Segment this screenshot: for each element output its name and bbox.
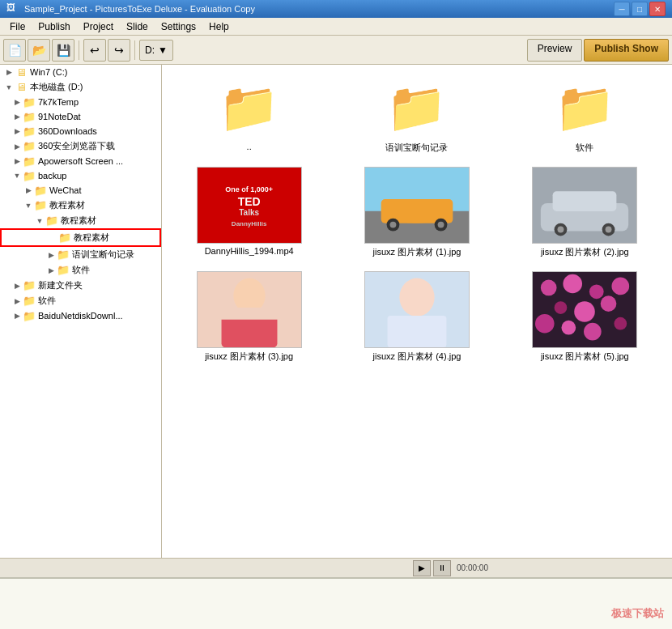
new-button[interactable]: 📄 (3, 39, 26, 62)
folder-icon: 📁 (23, 295, 36, 307)
tree-label: BaiduNetdiskDownl... (38, 311, 123, 321)
playback-bar: ▶ ⏸ 00:00:00 (0, 558, 672, 577)
menu-publish[interactable]: Publish (32, 19, 76, 34)
tree-label: 新建文件夹 (38, 279, 83, 291)
tree-item-local-d[interactable]: ▼ 🖥 本地磁盘 (D:) (0, 79, 161, 95)
svg-point-25 (589, 284, 604, 299)
drive-selector[interactable]: D: ▼ (139, 40, 173, 61)
file-item-img3[interactable]: jisuxz 图片素材 (3).jpg (168, 268, 330, 366)
toolbar-separator-2 (134, 40, 135, 60)
svg-point-23 (541, 280, 557, 296)
tree-item-7k7k[interactable]: ▶ 📁 7k7kTemp (0, 95, 161, 109)
file-name: 语训宝断句记录 (385, 142, 448, 154)
tree-item-apowersoft[interactable]: ▶ 📁 Apowersoft Screen ... (0, 154, 161, 168)
tree-item-win7[interactable]: ▶ 🖥 Win7 (C:) (0, 65, 161, 79)
folder-icon: 📁 (23, 125, 36, 137)
file-item-img5[interactable]: jisuxz 图片素材 (5).jpg (504, 268, 666, 366)
file-name: DannyHillis_1994.mp4 (205, 246, 294, 256)
file-item-dotdot[interactable]: 📁 .. (168, 71, 330, 157)
minimize-button[interactable]: ─ (614, 2, 630, 16)
tree-arrow: ▶ (11, 125, 23, 137)
tree-item-360browser[interactable]: ▶ 📁 360安全浏览器下载 (0, 138, 161, 154)
tree-label: 软件 (38, 295, 56, 307)
publish-button[interactable]: Publish Show (584, 39, 669, 62)
tree-label: WeChat (49, 185, 82, 195)
svg-point-20 (399, 278, 434, 317)
menu-project[interactable]: Project (77, 19, 120, 34)
tree-arrow: ▶ (11, 280, 23, 291)
menu-help[interactable]: Help (202, 19, 236, 34)
folder-thumbnail: 📁 (197, 74, 302, 139)
maximize-button[interactable]: □ (632, 2, 648, 16)
toolbar-separator (79, 40, 79, 60)
folder-icon: 📁 (34, 185, 47, 196)
close-button[interactable]: ✕ (649, 2, 666, 16)
folder-thumbnail: 📁 (532, 74, 637, 139)
tree-item-yuXun[interactable]: ▶ 📁 语训宝断句记录 (0, 247, 161, 262)
tree-item-91note[interactable]: ▶ 📁 91NoteDat (0, 109, 161, 124)
svg-point-12 (558, 227, 564, 233)
play-button[interactable]: ▶ (413, 560, 431, 576)
file-name: 软件 (576, 142, 593, 154)
tree-item-jiaocheng-selected[interactable]: 📁 教程素材 (0, 228, 161, 247)
tree-label: 教程素材 (61, 215, 96, 227)
menu-slide[interactable]: Slide (120, 19, 155, 34)
file-item-img2[interactable]: jisuxz 图片素材 (2).jpg (504, 164, 666, 261)
file-item-ruanjian[interactable]: 📁 软件 (504, 71, 666, 157)
tree-item-jiaocheng1[interactable]: ▼ 📁 教程素材 (0, 198, 161, 213)
undo-button[interactable]: ↩ (83, 39, 106, 62)
pause-button[interactable]: ⏸ (433, 560, 451, 576)
save-button[interactable]: 💾 (52, 39, 74, 62)
redo-button[interactable]: ↪ (108, 39, 130, 62)
preview-button[interactable]: Preview (527, 39, 583, 62)
file-item-video[interactable]: One of 1,000+ TED Talks DannyHillis Dann… (168, 164, 330, 261)
tree-item-ruanjian2[interactable]: ▶ 📁 软件 (0, 293, 161, 308)
image-thumbnail-5 (532, 271, 637, 348)
folder-icon: 📁 (57, 249, 70, 261)
tree-item-jiaocheng2[interactable]: ▼ 📁 教程素材 (0, 213, 161, 228)
folder-icon: 📁 (23, 141, 36, 152)
tree-item-backup[interactable]: ▼ 📁 backup (0, 168, 161, 183)
tree-label: 语训宝断句记录 (72, 249, 134, 261)
tree-label: Win7 (C:) (30, 67, 67, 77)
tree-item-baidu[interactable]: ▶ 📁 BaiduNetdiskDownl... (0, 308, 161, 323)
window-title: Sample_Project - PicturesToExe Deluxe - … (24, 4, 614, 14)
tree-arrow: ▶ (11, 310, 23, 321)
tree-arrow: ▼ (23, 200, 34, 211)
tree-label: 教程素材 (49, 199, 85, 211)
folder-icon: 📁 (23, 111, 36, 122)
svg-point-14 (606, 227, 612, 233)
folder-icon: 📁 (45, 215, 58, 227)
tree-label: 本地磁盘 (D:) (30, 81, 83, 93)
tree-item-360dl[interactable]: ▶ 📁 360Downloads (0, 124, 161, 138)
tree-label: 360Downloads (38, 126, 97, 136)
svg-point-33 (615, 317, 627, 330)
open-button[interactable]: 📂 (28, 39, 50, 62)
tree-arrow: ▼ (11, 170, 23, 181)
file-item-yuxun[interactable]: 📁 语训宝断句记录 (336, 71, 497, 157)
svg-point-5 (390, 222, 397, 228)
tree-item-xinjian[interactable]: ▶ 📁 新建文件夹 (0, 278, 161, 293)
video-thumbnail: One of 1,000+ TED Talks DannyHillis (197, 167, 302, 244)
tree-label: 360安全浏览器下载 (38, 140, 115, 152)
window-controls: ─ □ ✕ (614, 2, 666, 16)
tree-item-ruanjian1[interactable]: ▶ 📁 软件 (0, 262, 161, 278)
menu-settings[interactable]: Settings (155, 19, 202, 34)
tree-arrow: ▶ (45, 265, 57, 276)
tree-arrow: ▶ (11, 111, 23, 122)
folder-thumbnail: 📁 (364, 74, 470, 139)
menu-file[interactable]: File (3, 19, 32, 34)
file-item-img1[interactable]: jisuxz 图片素材 (1).jpg (336, 164, 497, 261)
file-name: jisuxz 图片素材 (3).jpg (205, 351, 293, 363)
image-thumbnail-1 (364, 167, 470, 244)
svg-point-30 (535, 314, 555, 334)
file-name: jisuxz 图片素材 (2).jpg (541, 246, 629, 258)
tree-arrow: ▶ (11, 96, 23, 108)
tree-item-wechat[interactable]: ▶ 📁 WeChat (0, 183, 161, 198)
menu-bar: File Publish Project Slide Settings Help (0, 18, 672, 36)
file-item-img4[interactable]: jisuxz 图片素材 (4).jpg (336, 268, 497, 366)
svg-rect-10 (553, 191, 617, 211)
file-browser: 📁 .. 📁 语训宝断句记录 📁 软件 One of 1,000+ TED Ta… (162, 65, 672, 558)
file-tree: ▶ 🖥 Win7 (C:) ▼ 🖥 本地磁盘 (D:) ▶ 📁 7k7kTemp… (0, 65, 162, 558)
tree-label: 教程素材 (74, 232, 109, 244)
